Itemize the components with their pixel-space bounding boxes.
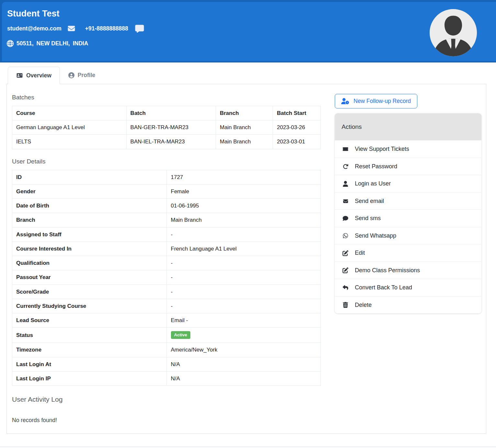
detail-label: Coursre Interested In (12, 241, 167, 256)
action-item-label: Demo Class Permissions (355, 267, 420, 274)
envelope-icon[interactable] (67, 25, 76, 32)
page-header: Student Test student@demo.com +91-888888… (0, 0, 496, 62)
action-item-edit[interactable]: Edit (335, 244, 481, 262)
user-clock-icon (341, 98, 349, 104)
detail-value: N/A (166, 371, 321, 386)
table-cell: 2023-03-26 (273, 120, 321, 135)
table-row: ID1727 (12, 170, 321, 184)
new-followup-record-button[interactable]: New Follow-up Record (335, 94, 417, 108)
detail-label: Gender (12, 184, 167, 198)
action-item-label: View Support Tickets (355, 145, 409, 153)
action-item-login-as-user[interactable]: Login as User (335, 175, 481, 192)
detail-label: Status (12, 328, 167, 343)
table-cell: Main Branch (216, 135, 273, 149)
detail-value: America/New_York (166, 343, 321, 357)
table-row: Last Login AtN/A (12, 357, 321, 371)
detail-value: Main Branch (166, 213, 321, 227)
batches-column-header: Batch (126, 106, 216, 120)
tab-bar: Overview Profile (0, 67, 496, 84)
address-card-icon (16, 73, 23, 78)
table-row: BranchMain Branch (12, 213, 321, 227)
location-zip: 50511, (17, 40, 34, 47)
footer-divider (0, 446, 496, 448)
whatsapp-icon (342, 233, 349, 239)
action-item-label: Send email (355, 197, 384, 205)
table-cell: Main Branch (216, 120, 273, 135)
detail-value: 01-06-1995 (166, 199, 321, 213)
contact-row: student@demo.com +91-8888888888 (7, 24, 496, 33)
detail-label: Score/Grade (12, 285, 167, 299)
detail-label: Passout Year (12, 270, 167, 285)
detail-label: Lead Source (12, 313, 167, 328)
detail-value: N/A (166, 357, 321, 371)
overview-panel: Batches CourseBatchBranchBatch Start Ger… (6, 84, 486, 434)
detail-value: Female (166, 184, 321, 198)
action-item-demo-class-permissions[interactable]: Demo Class Permissions (335, 262, 481, 279)
batches-column-header: Course (12, 106, 127, 120)
action-item-send-whatsapp[interactable]: Send Whatsapp (335, 227, 481, 244)
table-row: Score/Grade- (12, 285, 321, 299)
detail-label: Branch (12, 213, 167, 227)
action-item-label: Reset Password (355, 163, 397, 170)
table-row: Qualification- (12, 256, 321, 270)
main-column: Batches CourseBatchBranchBatch Start Ger… (12, 94, 321, 424)
detail-value: - (166, 299, 321, 313)
table-cell: IELTS (12, 135, 127, 149)
table-row: Lead SourceEmail - (12, 313, 321, 328)
table-cell: BAN-IEL-TRA-MAR23 (126, 135, 216, 149)
location-row: 50511, NEW DELHI, INDIA (6, 40, 496, 47)
rotate-icon (342, 164, 349, 169)
location-country: INDIA (73, 40, 88, 47)
comment-icon (342, 216, 349, 221)
tab-overview-label: Overview (26, 72, 51, 79)
detail-label: Date of Birth (12, 199, 167, 213)
tab-profile-label: Profile (78, 72, 95, 79)
detail-value: 1727 (166, 170, 321, 184)
student-email: student@demo.com (7, 25, 62, 32)
ticket-icon (342, 147, 349, 151)
detail-value: - (166, 285, 321, 299)
detail-label: Assigned to Staff (12, 227, 167, 241)
user-details-table: ID1727GenderFemaleDate of Birth01-06-199… (12, 170, 321, 386)
user-details-heading: User Details (12, 158, 321, 165)
action-item-reset-password[interactable]: Reset Password (335, 158, 481, 175)
circle-user-icon (68, 72, 74, 78)
action-item-label: Delete (355, 301, 372, 309)
table-row: Date of Birth01-06-1995 (12, 199, 321, 213)
table-row: StatusActive (12, 328, 321, 343)
globe-icon (6, 40, 14, 47)
detail-label: Last Login IP (12, 371, 167, 386)
action-item-send-email[interactable]: Send email (335, 192, 481, 210)
trash-icon (342, 302, 349, 308)
actions-list: View Support TicketsReset PasswordLogin … (335, 140, 481, 313)
action-item-label: Send sms (355, 215, 381, 222)
detail-value: - (166, 256, 321, 270)
table-row: Currently Studying Course- (12, 299, 321, 313)
sms-icon[interactable] (135, 24, 144, 33)
side-column: New Follow-up Record Actions View Suppor… (335, 94, 481, 424)
action-item-delete[interactable]: Delete (335, 296, 481, 314)
batches-table: CourseBatchBranchBatch Start German Lang… (12, 106, 321, 149)
actions-card: Actions View Support TicketsReset Passwo… (335, 113, 481, 314)
no-records-message: No records found! (12, 417, 321, 424)
location-city: NEW DELHI, (37, 40, 70, 47)
action-item-send-sms[interactable]: Send sms (335, 209, 481, 227)
detail-label: Qualification (12, 256, 167, 270)
detail-value: - (166, 227, 321, 241)
pen-square-icon (342, 267, 349, 273)
batches-column-header: Branch (216, 106, 273, 120)
table-row: Coursre Interested InFrench Language A1 … (12, 241, 321, 256)
tab-profile[interactable]: Profile (60, 67, 104, 84)
student-header-card: Student Test student@demo.com +91-888888… (2, 2, 496, 61)
action-item-view-support-tickets[interactable]: View Support Tickets (335, 140, 481, 158)
detail-value: Active (166, 328, 321, 343)
table-row: IELTSBAN-IEL-TRA-MAR23Main Branch2023-03… (12, 135, 321, 149)
action-item-convert-back-to-lead[interactable]: Convert Back To Lead (335, 279, 481, 296)
table-row: German Language A1 LevelBAN-GER-TRA-MAR2… (12, 120, 321, 135)
student-phone: +91-8888888888 (85, 25, 128, 32)
detail-label: ID (12, 170, 167, 184)
action-item-label: Convert Back To Lead (355, 284, 412, 291)
tab-overview[interactable]: Overview (8, 67, 60, 84)
user-icon (342, 181, 349, 187)
actions-title: Actions (335, 113, 481, 140)
